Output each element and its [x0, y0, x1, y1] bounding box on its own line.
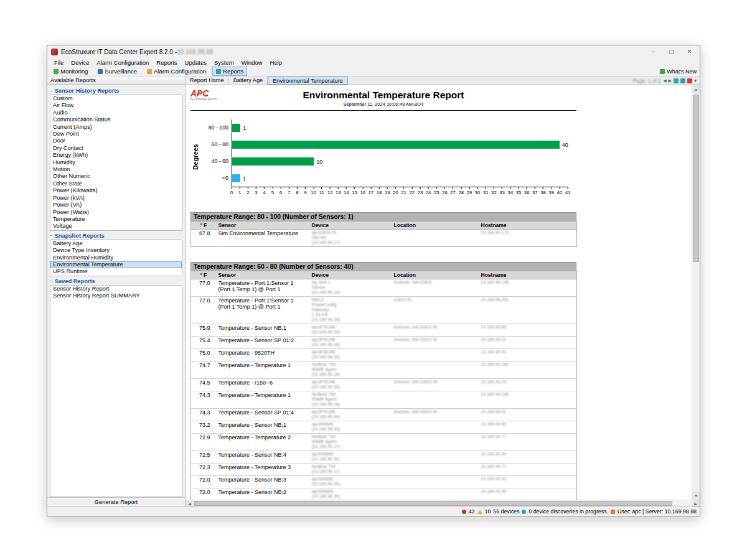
main-area: Available Reports −Sensor History Report…: [47, 77, 700, 506]
report-item-voltage[interactable]: Voltage: [50, 223, 182, 230]
tick-mark: [527, 187, 527, 189]
perspective-surveillance[interactable]: Surveillance: [94, 67, 141, 76]
title-bar[interactable]: EcoStruxure IT Data Center Expert 8.2.0 …: [47, 45, 700, 58]
menu-help[interactable]: Help: [266, 59, 286, 66]
menu-system[interactable]: System: [210, 59, 238, 66]
report-item-current-amps[interactable]: Current (Amps): [50, 124, 182, 131]
tick-mark: [354, 187, 355, 189]
tick-mark: [387, 187, 388, 189]
tick-mark: [240, 187, 240, 189]
report-item-dry-contact[interactable]: Dry Contact: [50, 145, 182, 152]
next-page-button[interactable]: ▶: [669, 78, 672, 83]
cell-device: apc90969E (10.169.99.30): [309, 451, 392, 464]
vscroll-track[interactable]: [692, 93, 700, 492]
report-item-sensor-history-report[interactable]: Sensor History Report: [50, 286, 182, 292]
report-item-device-type-inventory[interactable]: Device Type Inventory: [50, 247, 182, 254]
report-item-environmental-humidity[interactable]: Environmental Humidity: [50, 254, 182, 261]
prev-page-button[interactable]: ◀: [663, 78, 666, 83]
report-item-power-kva[interactable]: Power (kVA): [50, 195, 182, 202]
scroll-down-button[interactable]: ▼: [692, 492, 700, 500]
critical-alarms-icon[interactable]: [462, 510, 466, 514]
report-item-ups-runtime[interactable]: UPS Runtime: [50, 268, 182, 275]
column-header-location: Location: [392, 222, 479, 230]
hscroll-track[interactable]: [194, 500, 692, 506]
report-item-motion[interactable]: Motion: [50, 166, 182, 173]
perspective-monitoring[interactable]: Monitoring: [50, 67, 92, 76]
scroll-right-button[interactable]: ▶: [692, 500, 700, 506]
scroll-left-button[interactable]: ◀: [186, 500, 194, 506]
perspective-reports[interactable]: Reports: [212, 67, 247, 76]
section-header: Temperature Range: 60 - 80 (Number of Se…: [190, 262, 576, 271]
chart-x-tick: 18: [377, 187, 382, 195]
report-item-power-watts[interactable]: Power (Watts): [50, 209, 182, 216]
menu-alarm-configuration[interactable]: Alarm Configuration: [93, 59, 153, 66]
warning-alarms-icon[interactable]: [477, 510, 482, 514]
whats-new-button[interactable]: What's New: [660, 68, 700, 75]
report-item-power-kilowatts[interactable]: Power (Kilowatts): [50, 187, 182, 194]
cell-location: Andover, MA 01810 IN: [392, 337, 479, 349]
chart-plot: 140101: [232, 119, 568, 187]
section-title-snapshot-reports[interactable]: −Snapshot Reports: [50, 233, 182, 239]
report-item-air-flow[interactable]: Air Flow: [50, 102, 182, 109]
cell-device: My rack 1 Sensor (10.169.99.14): [309, 279, 392, 297]
report-item-energy-kwh[interactable]: Energy (kWh): [50, 152, 182, 159]
tick-mark: [232, 187, 232, 189]
perspective-alarm-configuration[interactable]: Alarm Configuration: [143, 67, 210, 76]
menu-device[interactable]: Device: [67, 59, 93, 66]
tick-mark: [346, 187, 347, 189]
report-item-humidity[interactable]: Humidity: [50, 159, 182, 166]
report-item-battery-age[interactable]: Battery Age: [50, 240, 182, 247]
scroll-up-button[interactable]: ▲: [692, 85, 700, 93]
report-item-temperature[interactable]: Temperature: [50, 216, 182, 223]
chart-bar-value-label: 1: [243, 125, 246, 131]
minimize-button[interactable]: –: [644, 46, 662, 57]
vertical-scrollbar[interactable]: ▲ ▼: [692, 85, 700, 500]
delete-report-icon[interactable]: [687, 78, 692, 83]
report-content-area: Report HomeBattery AgeEnvironmental Temp…: [186, 77, 700, 506]
tick-mark: [420, 187, 420, 189]
export-report-icon[interactable]: [674, 78, 679, 83]
print-report-icon[interactable]: [680, 78, 685, 83]
report-item-other-numeric[interactable]: Other Numeric: [50, 173, 182, 180]
report-item-custom[interactable]: Custom: [50, 95, 182, 102]
hscroll-thumb[interactable]: [194, 501, 672, 506]
horizontal-scrollbar[interactable]: ◀ ▶: [186, 500, 700, 506]
report-item-dew-point[interactable]: Dew Point: [50, 131, 182, 138]
whats-new-label: What's New: [667, 68, 697, 75]
section-title-sensor-history-reports[interactable]: −Sensor History Reports: [50, 88, 182, 94]
menu-file[interactable]: File: [50, 59, 67, 66]
tick-mark: [411, 187, 412, 189]
menu-updates[interactable]: Updates: [181, 59, 210, 66]
generate-report-button[interactable]: Generate Report: [47, 497, 185, 506]
report-item-communication-status[interactable]: Communication Status: [50, 116, 182, 123]
tab-environmental-temperature[interactable]: Environmental Temperature: [268, 77, 348, 85]
tick-mark: [281, 187, 281, 189]
tick-label: 14: [344, 190, 349, 195]
section-title-saved-reports[interactable]: −Saved Reports: [50, 278, 182, 284]
tick-mark: [518, 187, 519, 189]
available-reports-panel: Available Reports −Sensor History Report…: [47, 77, 186, 506]
report-item-sensor-history-report-summary[interactable]: Sensor History Report SUMMARY: [50, 292, 182, 299]
vscroll-thumb[interactable]: [693, 95, 699, 262]
cell-temperature: 74.5: [191, 379, 216, 391]
close-button[interactable]: ✕: [680, 46, 698, 57]
chart-x-tick: 2: [247, 187, 249, 195]
view-menu-icon[interactable]: ▾: [694, 78, 697, 83]
cell-hostname: 10.169.99.175: [479, 230, 577, 247]
tab-report-home[interactable]: Report Home: [186, 77, 229, 85]
report-item-door[interactable]: Door: [50, 138, 182, 144]
cell-sensor: Temperature - Sensor NB:1: [216, 421, 309, 434]
report-item-audio[interactable]: Audio: [50, 110, 182, 116]
maximize-button[interactable]: ▢: [662, 46, 680, 57]
menu-reports[interactable]: Reports: [153, 59, 181, 66]
cell-location: [392, 362, 479, 379]
report-item-other-state[interactable]: Other State: [50, 180, 182, 187]
chart-x-axis-ticks: 0123456789101112131415161718192021222324…: [232, 187, 568, 197]
report-item-power-va[interactable]: Power (VA): [50, 202, 182, 208]
menu-window[interactable]: Window: [238, 59, 266, 66]
tab-battery-age[interactable]: Battery Age: [229, 77, 268, 85]
cell-location: [392, 391, 479, 409]
report-title: Environmental Temperature Report: [190, 90, 576, 101]
cell-hostname: 10.169.99.77: [479, 464, 577, 476]
report-item-environmental-temperature[interactable]: Environmental Temperature: [50, 261, 182, 268]
